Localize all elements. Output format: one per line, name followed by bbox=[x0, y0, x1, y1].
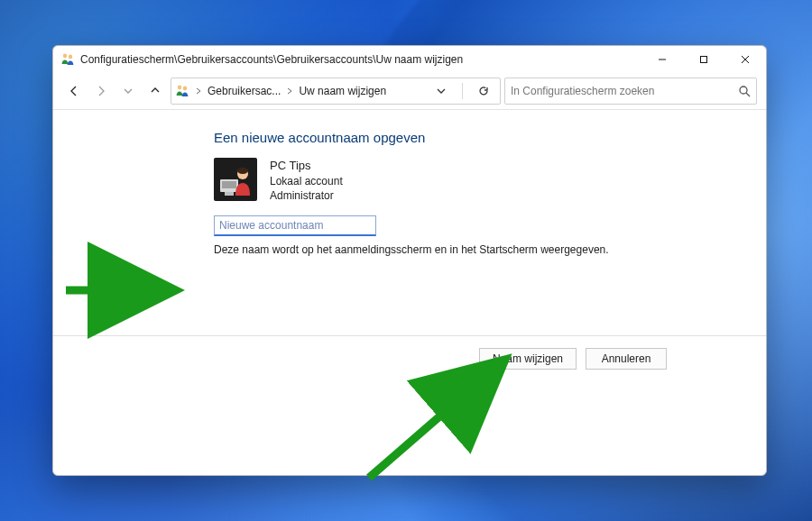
input-hint: Deze naam wordt op het aanmeldingsscherm… bbox=[214, 243, 735, 256]
divider bbox=[53, 335, 766, 336]
address-history-dropdown[interactable] bbox=[429, 78, 454, 104]
control-panel-window: Configuratiescherm\Gebruikersaccounts\Ge… bbox=[52, 45, 767, 476]
chevron-right-icon[interactable] bbox=[286, 87, 293, 96]
search-box[interactable] bbox=[504, 78, 757, 105]
cancel-button[interactable]: Annuleren bbox=[586, 348, 667, 370]
svg-point-0 bbox=[63, 54, 67, 59]
window-titlebar[interactable]: Configuratiescherm\Gebruikersaccounts\Ge… bbox=[53, 46, 766, 73]
maximize-button[interactable] bbox=[683, 46, 724, 73]
svg-point-6 bbox=[178, 86, 181, 90]
account-name: PC Tips bbox=[270, 158, 343, 174]
window-title: Configuratiescherm\Gebruikersaccounts\Ge… bbox=[80, 53, 463, 66]
account-role: Administrator bbox=[270, 188, 343, 203]
action-buttons: Naam wijzigen Annuleren bbox=[479, 348, 667, 370]
account-summary: PC Tips Lokaal account Administrator bbox=[214, 158, 735, 203]
nav-forward-button[interactable] bbox=[89, 79, 113, 103]
close-button[interactable] bbox=[724, 46, 766, 73]
breadcrumb-segment[interactable]: Gebruikersac... bbox=[208, 85, 281, 97]
breadcrumb-segment[interactable]: Uw naam wijzigen bbox=[299, 85, 386, 97]
svg-line-9 bbox=[746, 93, 750, 96]
address-bar[interactable]: Gebruikersac... Uw naam wijzigen bbox=[171, 78, 501, 105]
change-name-button[interactable]: Naam wijzigen bbox=[479, 348, 577, 370]
svg-rect-3 bbox=[701, 57, 707, 63]
account-type: Lokaal account bbox=[270, 174, 343, 188]
svg-point-8 bbox=[740, 87, 747, 94]
navigation-row: Gebruikersac... Uw naam wijzigen bbox=[53, 73, 766, 109]
svg-rect-11 bbox=[222, 181, 236, 188]
minimize-button[interactable] bbox=[641, 46, 683, 73]
new-account-name-input[interactable] bbox=[214, 215, 376, 236]
annotation-arrow bbox=[351, 352, 531, 489]
nav-up-button[interactable] bbox=[143, 79, 167, 103]
refresh-button[interactable] bbox=[471, 78, 496, 104]
nav-back-button[interactable] bbox=[62, 79, 86, 103]
svg-point-7 bbox=[183, 87, 187, 91]
search-input[interactable] bbox=[511, 85, 738, 97]
page-heading: Een nieuwe accountnaam opgeven bbox=[214, 130, 735, 145]
annotation-arrow bbox=[62, 272, 189, 311]
nav-recent-dropdown[interactable] bbox=[116, 79, 140, 103]
search-icon[interactable] bbox=[738, 85, 751, 97]
user-accounts-icon bbox=[60, 52, 75, 67]
user-accounts-icon bbox=[175, 84, 189, 98]
divider bbox=[462, 83, 463, 99]
content-area: Een nieuwe accountnaam opgeven PC Tips L… bbox=[53, 110, 766, 475]
svg-rect-12 bbox=[225, 192, 234, 196]
svg-line-15 bbox=[369, 364, 500, 478]
chevron-right-icon[interactable] bbox=[195, 87, 202, 96]
svg-point-1 bbox=[69, 55, 72, 59]
account-avatar bbox=[214, 158, 257, 201]
